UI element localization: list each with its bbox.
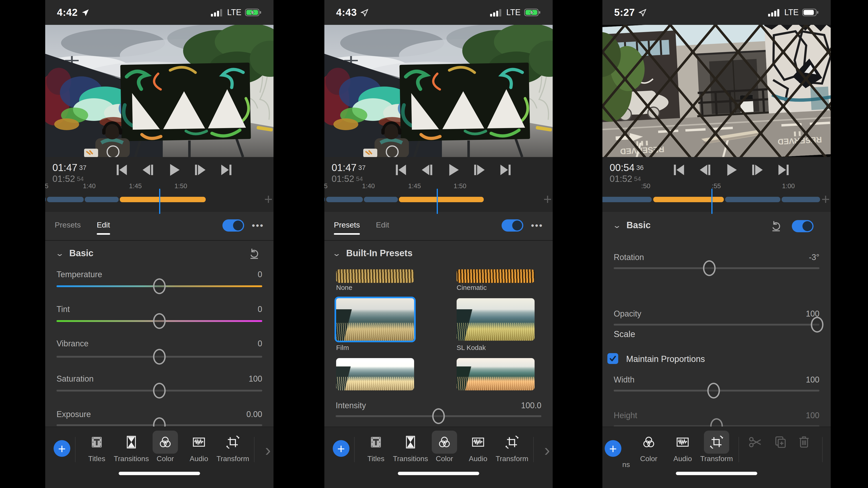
video-preview[interactable] — [324, 25, 553, 157]
timeline-clip[interactable] — [47, 197, 84, 202]
chevron-right-icon[interactable]: › — [265, 440, 271, 460]
divider — [254, 437, 254, 462]
audio-icon — [192, 435, 206, 449]
effect-enable-toggle[interactable] — [502, 219, 523, 232]
timeline-clip-selected[interactable] — [120, 197, 206, 202]
timeline-clip[interactable] — [602, 197, 652, 202]
opacity-slider[interactable] — [614, 324, 819, 326]
add-media-button[interactable]: + — [54, 440, 70, 457]
timeline-clip[interactable] — [85, 197, 119, 202]
slider-value: 0 — [258, 339, 262, 348]
preset-thumb-film-selected[interactable] — [335, 297, 416, 342]
vibrance-knob[interactable] — [153, 349, 166, 365]
playhead[interactable] — [159, 189, 160, 214]
add-media-button[interactable]: + — [604, 440, 621, 457]
timeline-clip[interactable] — [324, 197, 325, 202]
toolbar-item-transform[interactable]: Transform — [486, 431, 538, 463]
preset-thumb-cinematic[interactable] — [457, 269, 535, 283]
bottom-toolbar: + Titles Transitions Color Audio Transfo… — [324, 427, 553, 488]
skip-to-end-button[interactable] — [777, 163, 791, 177]
skip-to-end-button[interactable] — [499, 163, 513, 177]
timeline-ruler[interactable]: 5 1:40 1:45 1:50 — [324, 182, 553, 191]
timeline-clip[interactable] — [782, 197, 820, 202]
saturation-knob[interactable] — [153, 383, 166, 398]
tab-edit[interactable]: Edit — [376, 221, 389, 229]
status-time: 4:42 — [57, 7, 78, 18]
color-icon — [642, 435, 656, 449]
rotation-knob[interactable] — [703, 260, 716, 276]
timeline-ruler[interactable]: :50 :55 1:00 — [602, 182, 831, 191]
mural-scene — [324, 25, 553, 157]
add-media-button[interactable]: + — [333, 440, 349, 457]
tab-edit[interactable]: Edit — [97, 221, 110, 229]
play-button[interactable] — [167, 163, 181, 177]
section-header-built-in-presets[interactable]: ⌄ Built-In Presets — [333, 248, 412, 258]
add-clip-icon[interactable]: + — [544, 191, 552, 207]
network-label: LTE — [784, 8, 799, 17]
skip-to-start-button[interactable] — [672, 163, 686, 177]
preset-thumb[interactable] — [457, 358, 535, 390]
status-time: 4:43 — [336, 7, 357, 18]
playhead[interactable] — [711, 189, 712, 214]
scale-section-title: Scale — [614, 329, 635, 339]
frame-forward-button[interactable] — [193, 163, 207, 177]
presets-panel: Presets Edit ••• ⌄ Built-In Presets None… — [324, 212, 553, 427]
section-header-basic[interactable]: ⌄ Basic — [57, 248, 93, 258]
reset-icon[interactable] — [770, 220, 782, 232]
rotation-slider[interactable] — [614, 267, 819, 269]
maintain-proportions-checkbox[interactable] — [608, 353, 618, 364]
more-options-button[interactable]: ••• — [531, 221, 543, 231]
video-preview[interactable] — [602, 25, 831, 157]
exposure-knob[interactable] — [153, 417, 166, 427]
timeline-clip[interactable] — [725, 197, 780, 202]
timeline-clip[interactable] — [45, 197, 46, 202]
video-preview[interactable] — [45, 25, 274, 157]
preset-thumb-sl-kodak[interactable] — [457, 298, 535, 341]
timeline-clip-selected[interactable] — [399, 197, 484, 202]
width-knob[interactable] — [707, 383, 720, 398]
section-header-basic[interactable]: ⌄ Basic — [614, 220, 651, 230]
effect-enable-toggle[interactable] — [222, 219, 244, 232]
home-indicator[interactable] — [119, 472, 200, 475]
skip-to-start-button[interactable] — [394, 163, 408, 177]
timeline-clip[interactable] — [326, 197, 363, 202]
effect-enable-toggle[interactable] — [792, 220, 813, 232]
mural-scene — [45, 25, 274, 157]
preset-thumb-none[interactable] — [336, 269, 414, 283]
home-indicator[interactable] — [676, 472, 757, 475]
timeline-clips — [324, 197, 553, 202]
play-button[interactable] — [446, 163, 460, 177]
tint-knob[interactable] — [153, 313, 166, 329]
chevron-right-icon[interactable]: › — [544, 440, 550, 460]
slider-label: Tint — [57, 304, 70, 314]
timeline-clip-selected[interactable] — [653, 197, 724, 202]
skip-to-start-button[interactable] — [115, 163, 129, 177]
temperature-knob[interactable] — [153, 278, 166, 294]
skip-to-end-button[interactable] — [219, 163, 234, 177]
play-button[interactable] — [724, 163, 738, 177]
reset-icon[interactable] — [248, 248, 260, 259]
preset-thumb[interactable] — [336, 358, 414, 390]
frame-forward-button[interactable] — [472, 163, 487, 177]
status-bar: 4:43 LTE — [324, 0, 553, 25]
home-indicator[interactable] — [398, 472, 479, 475]
titles-icon — [90, 435, 104, 449]
playhead[interactable] — [437, 189, 438, 214]
more-options-button[interactable]: ••• — [252, 221, 264, 231]
intensity-knob[interactable] — [432, 408, 445, 424]
toolbar-item-transform[interactable]: Transform — [207, 431, 259, 463]
frame-forward-button[interactable] — [750, 163, 765, 177]
height-knob[interactable] — [710, 418, 723, 427]
slider-value: 100 — [806, 411, 819, 420]
frame-back-button[interactable] — [141, 163, 155, 177]
slider-label: Saturation — [57, 374, 94, 384]
opacity-knob[interactable] — [811, 317, 824, 332]
add-clip-icon[interactable]: + — [264, 191, 273, 207]
tab-presets[interactable]: Presets — [334, 221, 360, 229]
timeline-clip[interactable] — [364, 197, 398, 202]
slider-value: 0 — [258, 304, 262, 314]
tab-presets[interactable]: Presets — [55, 221, 81, 229]
add-clip-icon[interactable]: + — [822, 191, 830, 207]
frame-back-button[interactable] — [698, 163, 712, 177]
frame-back-button[interactable] — [420, 163, 434, 177]
